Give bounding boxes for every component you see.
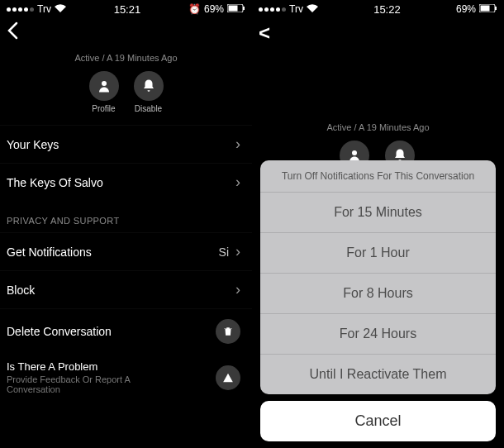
svg-point-3	[102, 81, 107, 86]
chevron-right-icon: ›	[235, 243, 240, 260]
profile-action-label: Profile	[92, 104, 115, 113]
status-bar: Trv 15:22 69%	[252, 0, 504, 18]
screen-notifications-sheet: Trv 15:22 69% < Active / A 19 Minutes Ag…	[252, 0, 504, 448]
nav-bar: <	[252, 18, 504, 48]
your-keys-row[interactable]: Your Keys ›	[0, 125, 252, 163]
trash-icon	[216, 319, 240, 344]
problem-title: Is There A Problem	[7, 360, 172, 373]
mute-until-reactivate-option[interactable]: Until I Reactivate Them	[260, 355, 496, 394]
profile-action[interactable]: Profile	[89, 71, 119, 113]
active-status-label: Active / A 19 Minutes Ago	[0, 53, 252, 63]
clock-label: 15:22	[373, 3, 401, 16]
get-notifications-label: Get Notifications	[7, 245, 92, 259]
svg-rect-6	[495, 7, 497, 10]
status-left: Trv	[259, 3, 318, 15]
battery-label: 69%	[204, 3, 224, 15]
disable-action[interactable]: Disable	[134, 71, 164, 113]
clock-label: 15:21	[114, 3, 141, 16]
wifi-icon	[55, 3, 66, 15]
battery-icon	[479, 3, 497, 15]
problem-subtitle: Provide Feedback Or Report A Conversatio…	[7, 374, 172, 394]
action-sheet: Turn Off Notifications For This Conversa…	[260, 160, 496, 441]
action-row: Profile Disable	[0, 71, 252, 113]
signal-icon	[7, 7, 34, 12]
chevron-right-icon: ›	[235, 174, 240, 191]
svg-rect-2	[243, 7, 245, 10]
screen-settings: Trv 15:21 ⏰ 69% Active / A 19 Minutes Ag…	[0, 0, 252, 448]
sheet-options-group: Turn Off Notifications For This Conversa…	[260, 160, 496, 394]
problem-row[interactable]: Is There A Problem Provide Feedback Or R…	[0, 354, 252, 401]
disable-action-label: Disable	[135, 104, 162, 113]
delete-conversation-label: Delete Conversation	[7, 325, 112, 338]
mute-1-hour-option[interactable]: For 1 Hour	[260, 233, 496, 274]
keys-of-row[interactable]: The Keys Of Salvo ›	[0, 163, 252, 201]
status-bar: Trv 15:21 ⏰ 69%	[0, 0, 252, 18]
carrier-label: Trv	[37, 3, 51, 15]
battery-icon	[227, 3, 245, 15]
back-icon[interactable]	[7, 21, 18, 45]
get-notifications-value: Si	[219, 245, 229, 259]
svg-rect-5	[481, 6, 490, 12]
alarm-icon: ⏰	[188, 3, 201, 15]
mute-15-min-option[interactable]: For 15 Minutes	[260, 193, 496, 233]
back-icon[interactable]: <	[259, 21, 270, 45]
carrier-label: Trv	[289, 3, 303, 15]
status-right: ⏰ 69%	[188, 3, 245, 15]
signal-icon	[259, 7, 286, 12]
wifi-icon	[307, 3, 318, 15]
status-right: 69%	[456, 3, 497, 15]
svg-rect-1	[229, 6, 238, 12]
status-left: Trv	[7, 3, 66, 15]
svg-point-7	[352, 150, 357, 155]
person-icon	[89, 71, 119, 101]
delete-conversation-row[interactable]: Delete Conversation	[0, 308, 252, 354]
sheet-title: Turn Off Notifications For This Conversa…	[260, 160, 496, 193]
warning-icon	[216, 365, 240, 390]
block-row[interactable]: Block ›	[0, 270, 252, 308]
battery-label: 69%	[456, 3, 476, 15]
keys-of-label: The Keys Of Salvo	[7, 176, 103, 189]
mute-8-hours-option[interactable]: For 8 Hours	[260, 274, 496, 314]
get-notifications-row[interactable]: Get Notifications Si ›	[0, 232, 252, 270]
active-status-label: Active / A 19 Minutes Ago	[252, 122, 504, 132]
your-keys-label: Your Keys	[7, 138, 59, 151]
block-label: Block	[7, 284, 35, 297]
chevron-right-icon: ›	[235, 136, 240, 153]
chevron-right-icon: ›	[235, 281, 240, 298]
privacy-section-header: PRIVACY AND SUPPORT	[0, 201, 252, 232]
nav-bar	[0, 18, 252, 48]
mute-24-hours-option[interactable]: For 24 Hours	[260, 314, 496, 355]
cancel-button[interactable]: Cancel	[260, 401, 496, 441]
bell-icon	[134, 71, 164, 101]
